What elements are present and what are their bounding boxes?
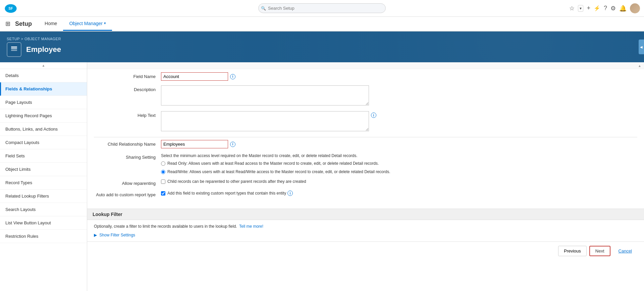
sharing-setting-row: Sharing Setting Select the minimum acces… <box>94 153 637 174</box>
svg-rect-2 <box>11 50 17 51</box>
child-relationship-input-row: i <box>161 140 637 148</box>
sidebar-item-object-limits[interactable]: Object Limits <box>0 163 87 176</box>
help-text-label: Help Text <box>94 111 161 118</box>
object-icon <box>7 42 21 57</box>
gear-icon[interactable]: ⚙ <box>610 5 616 12</box>
auto-add-checkbox-row: Add this field to existing custom report… <box>161 191 637 196</box>
help-text-wrap: i <box>161 111 369 132</box>
sidebar-item-details[interactable]: Details <box>0 69 87 82</box>
top-nav-right: ☆ ▾ + ⚡ ? ⚙ 🔔 <box>569 3 640 13</box>
help-text-textarea[interactable] <box>161 111 369 131</box>
sidebar: ▲ Details Fields & Relationships Page La… <box>0 62 87 291</box>
lookup-filter-desc-text: Optionally, create a filter to limit the… <box>94 224 237 229</box>
sharing-description: Select the minimum access level required… <box>161 153 389 159</box>
search-input[interactable] <box>258 3 386 13</box>
sidebar-item-field-sets[interactable]: Field Sets <box>0 149 87 163</box>
tell-me-more-link[interactable]: Tell me more! <box>239 224 263 229</box>
tab-home[interactable]: Home <box>39 17 63 31</box>
question-icon[interactable]: ? <box>604 5 607 12</box>
field-name-input[interactable] <box>161 72 228 81</box>
triangle-icon: ▶ <box>94 233 97 237</box>
auto-add-info-icon[interactable]: i <box>287 191 293 196</box>
main-content: ▲ Details Fields & Relationships Page La… <box>0 62 644 291</box>
breadcrumb-setup[interactable]: SETUP <box>7 37 20 41</box>
auto-add-label: Auto add to custom report type <box>94 191 161 197</box>
salesforce-logo: SF <box>4 2 17 15</box>
field-name-label: Field Name <box>94 72 161 79</box>
sidebar-item-buttons-links-actions[interactable]: Buttons, Links, and Actions <box>0 123 87 136</box>
field-name-row: Field Name i <box>94 72 637 81</box>
layers-icon <box>10 46 18 54</box>
description-row: Description <box>94 85 637 106</box>
svg-text:SF: SF <box>8 7 13 10</box>
tab-object-manager[interactable]: Object Manager ▾ <box>63 17 112 31</box>
description-control <box>161 85 637 106</box>
svg-rect-4 <box>11 47 17 48</box>
next-button[interactable]: Next <box>589 246 610 256</box>
allow-reparenting-checkbox[interactable] <box>161 179 165 184</box>
sharing-setting-label: Sharing Setting <box>94 153 161 160</box>
breadcrumb-object-manager[interactable]: OBJECT MANAGER <box>24 37 61 41</box>
side-collapse-button[interactable]: ◀ <box>639 40 644 54</box>
lightning-icon[interactable]: ⚡ <box>594 5 600 11</box>
sharing-setting-control: Select the minimum access level required… <box>161 153 637 174</box>
radio-read-write-row: Read/Write: Allows users with at least R… <box>161 169 637 175</box>
child-relationship-control: i <box>161 140 637 148</box>
description-label: Description <box>94 85 161 92</box>
sidebar-scroll-up[interactable]: ▲ <box>0 62 87 69</box>
field-name-control: i <box>161 72 637 81</box>
sidebar-item-record-types[interactable]: Record Types <box>0 176 87 190</box>
cancel-button[interactable]: Cancel <box>613 246 637 256</box>
field-name-input-row: i <box>161 72 637 81</box>
bell-icon[interactable]: 🔔 <box>619 5 627 12</box>
breadcrumb: SETUP > OBJECT MANAGER <box>7 37 637 41</box>
auto-add-row: Auto add to custom report type Add this … <box>94 191 637 197</box>
plus-icon[interactable]: + <box>587 5 590 12</box>
show-filter-settings-link[interactable]: ▶ Show Filter Settings <box>87 233 644 241</box>
show-filter-label: Show Filter Settings <box>99 233 135 237</box>
sidebar-item-lightning-record-pages[interactable]: Lightning Record Pages <box>0 109 87 123</box>
help-text-control: i <box>161 111 637 132</box>
help-text-info-icon[interactable]: i <box>371 113 376 118</box>
allow-reparenting-checkbox-row: Child records can be reparented to other… <box>161 179 637 184</box>
child-relationship-row: Child Relationship Name i <box>94 140 637 148</box>
svg-rect-3 <box>11 48 17 49</box>
auto-add-control: Add this field to existing custom report… <box>161 191 637 196</box>
nav-tabs: Home Object Manager ▾ <box>39 17 112 31</box>
sidebar-item-restriction-rules[interactable]: Restriction Rules <box>0 230 87 243</box>
radio-read-only[interactable] <box>161 161 165 166</box>
allow-reparenting-control: Child records can be reparented to other… <box>161 179 637 184</box>
setup-label: Setup <box>15 20 32 27</box>
sidebar-item-compact-layouts[interactable]: Compact Layouts <box>0 136 87 149</box>
help-text-row: Help Text i <box>94 111 637 132</box>
sidebar-item-related-lookup-filters[interactable]: Related Lookup Filters <box>0 190 87 203</box>
radio-read-write-label: Read/Write: Allows users with at least R… <box>167 169 390 175</box>
child-relationship-info-icon[interactable]: i <box>230 142 235 147</box>
dropdown-icon[interactable]: ▾ <box>578 5 583 12</box>
content-scroll-up[interactable]: ▲ <box>87 62 644 69</box>
search-bar-wrap: 🔍 <box>258 3 386 13</box>
sidebar-item-list-view-button-layout[interactable]: List View Button Layout <box>0 216 87 230</box>
star-icon[interactable]: ☆ <box>569 5 575 12</box>
auto-add-checkbox[interactable] <box>161 191 165 196</box>
search-icon: 🔍 <box>261 6 266 11</box>
grid-icon[interactable]: ⊞ <box>5 20 10 27</box>
child-relationship-label: Child Relationship Name <box>94 140 161 147</box>
sidebar-item-search-layouts[interactable]: Search Layouts <box>0 203 87 216</box>
auto-add-text: Add this field to existing custom report… <box>167 191 286 196</box>
second-nav: ⊞ Setup Home Object Manager ▾ <box>0 17 644 31</box>
page-title: Employee <box>26 45 61 54</box>
child-relationship-input[interactable] <box>161 140 228 148</box>
radio-read-write[interactable] <box>161 170 165 174</box>
form-area: Field Name i Description Help Text <box>87 69 644 205</box>
lookup-filter-header: Lookup Filter <box>87 209 644 220</box>
field-name-info-icon[interactable]: i <box>230 74 235 79</box>
sidebar-item-page-layouts[interactable]: Page Layouts <box>0 96 87 109</box>
lookup-filter-desc: Optionally, create a filter to limit the… <box>87 220 644 233</box>
allow-reparenting-text: Child records can be reparented to other… <box>167 179 306 184</box>
description-textarea[interactable] <box>161 85 369 105</box>
allow-reparenting-label: Allow reparenting <box>94 179 161 186</box>
previous-button[interactable]: Previous <box>558 246 587 256</box>
avatar[interactable] <box>630 3 640 13</box>
sidebar-item-fields-relationships[interactable]: Fields & Relationships <box>0 82 87 96</box>
